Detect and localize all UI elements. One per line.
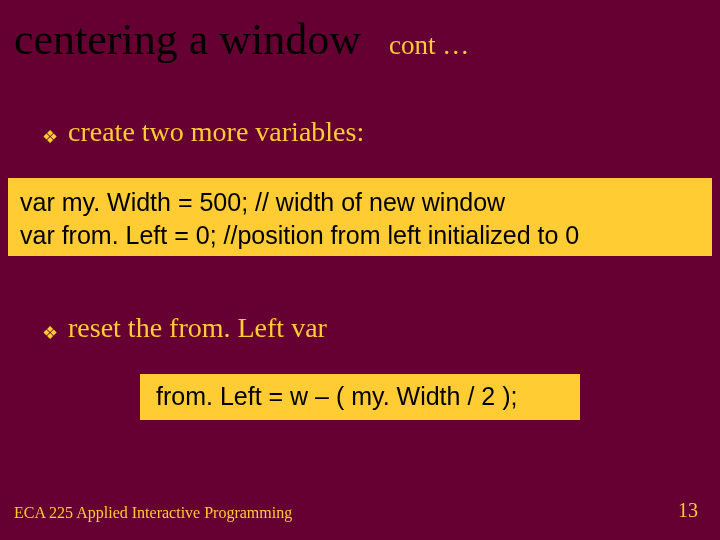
diamond-icon: ❖	[42, 126, 58, 148]
bullet-text-1: create two more variables:	[68, 116, 364, 148]
code-line-3: from. Left = w – ( my. Width / 2 );	[156, 380, 568, 413]
code-line-2: var from. Left = 0; //position from left…	[20, 219, 700, 252]
bullet-item-1: ❖ create two more variables:	[42, 116, 364, 148]
slide-title: centering a window	[14, 14, 361, 65]
page-number: 13	[678, 499, 698, 522]
bullet-item-2: ❖ reset the from. Left var	[42, 312, 327, 344]
title-row: centering a window cont …	[14, 14, 469, 65]
footer-course: ECA 225 Applied Interactive Programming	[14, 504, 292, 522]
code-block-1: var my. Width = 500; // width of new win…	[8, 178, 712, 256]
diamond-icon: ❖	[42, 322, 58, 344]
slide: centering a window cont … ❖ create two m…	[0, 0, 720, 540]
code-line-1: var my. Width = 500; // width of new win…	[20, 186, 700, 219]
slide-subtitle: cont …	[389, 30, 469, 61]
bullet-text-2: reset the from. Left var	[68, 312, 327, 344]
code-block-2: from. Left = w – ( my. Width / 2 );	[140, 374, 580, 420]
